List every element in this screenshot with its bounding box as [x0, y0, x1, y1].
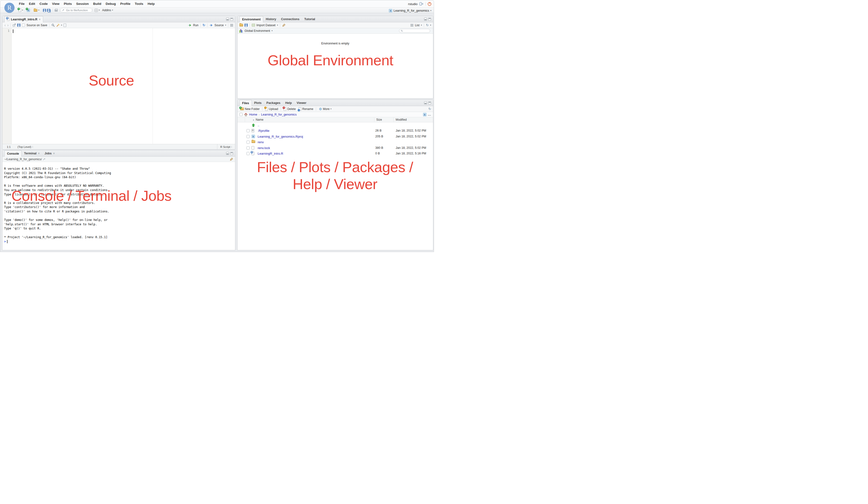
- tab-connections[interactable]: Connections: [279, 16, 302, 22]
- path-more-button[interactable]: ...: [428, 113, 431, 116]
- new-file-icon[interactable]: +: [19, 9, 21, 12]
- run-icon[interactable]: [188, 24, 192, 27]
- column-header-size[interactable]: Size: [376, 118, 382, 121]
- file-name-link[interactable]: .Rprofile: [258, 129, 269, 133]
- console-prompt-line[interactable]: >: [2, 239, 235, 244]
- file-checkbox[interactable]: [247, 152, 250, 155]
- rename-button[interactable]: → Rename: [298, 107, 314, 111]
- menu-help[interactable]: Help: [146, 0, 157, 8]
- source-button[interactable]: Source: [215, 23, 224, 27]
- goto-file-function-box[interactable]: [60, 8, 92, 12]
- addins-dropdown-icon[interactable]: ▾: [112, 9, 113, 11]
- tab-jobs[interactable]: Jobs×: [42, 150, 57, 157]
- run-button[interactable]: Run: [193, 23, 198, 27]
- close-tab-icon[interactable]: ×: [38, 152, 40, 155]
- tab-tutorial[interactable]: Tutorial: [302, 16, 318, 22]
- tab-console[interactable]: Console: [4, 150, 22, 157]
- new-project-icon[interactable]: R+: [27, 9, 30, 12]
- file-checkbox[interactable]: [247, 141, 250, 144]
- load-workspace-icon[interactable]: [239, 24, 243, 27]
- panes-dropdown-icon[interactable]: ▾: [99, 9, 100, 11]
- import-dataset-dropdown-icon[interactable]: ▾: [277, 24, 278, 26]
- breadcrumb-home-link[interactable]: Home: [249, 113, 257, 116]
- save-workspace-icon[interactable]: [245, 23, 248, 27]
- goto-directory-icon[interactable]: [43, 158, 46, 161]
- delete-button[interactable]: × Delete: [283, 107, 297, 111]
- minimize-pane-icon[interactable]: [424, 101, 427, 104]
- tab-packages[interactable]: Packages: [264, 100, 283, 106]
- table-row[interactable]: ..: [238, 122, 433, 128]
- file-name-link[interactable]: LearningR_intro.R: [258, 152, 283, 155]
- file-name-link[interactable]: Learning_R_for_genomics.Rproj: [258, 135, 303, 138]
- file-type-selector[interactable]: R Script ↕: [217, 144, 235, 149]
- menu-file[interactable]: File: [17, 0, 27, 8]
- more-button[interactable]: ⚙ More ▾: [318, 107, 332, 111]
- upload-button[interactable]: ↑ Upload: [265, 107, 279, 111]
- column-header-modified[interactable]: Modified: [396, 118, 406, 121]
- minimize-pane-icon[interactable]: [226, 152, 229, 155]
- project-selector[interactable]: R Learning_R_for_genomics ▾: [389, 8, 431, 13]
- import-dataset-button[interactable]: Import Dataset: [256, 23, 276, 27]
- list-view-selector[interactable]: List: [415, 23, 420, 27]
- menu-build[interactable]: Build: [91, 0, 104, 8]
- maximize-pane-icon[interactable]: [230, 152, 233, 155]
- tab-terminal[interactable]: Terminal×: [22, 150, 42, 157]
- clear-console-broom-icon[interactable]: [230, 158, 233, 161]
- console-output[interactable]: R version 4.0.5 (2021-03-31) -- "Shake a…: [2, 162, 235, 239]
- source-dropdown-icon[interactable]: ▾: [225, 24, 226, 26]
- file-checkbox[interactable]: [247, 129, 250, 132]
- tab-help[interactable]: Help: [283, 100, 294, 106]
- clear-environment-broom-icon[interactable]: [282, 23, 286, 27]
- menu-code[interactable]: Code: [37, 0, 50, 8]
- save-all-icon[interactable]: [47, 9, 50, 12]
- menu-session[interactable]: Session: [74, 0, 91, 8]
- new-folder-button[interactable]: + New Folder: [239, 107, 260, 111]
- file-name-link[interactable]: ..: [258, 123, 259, 127]
- document-outline-icon[interactable]: [230, 24, 233, 24]
- back-icon[interactable]: ‹: [4, 23, 6, 27]
- minimize-pane-icon[interactable]: [424, 18, 427, 21]
- sign-out-icon[interactable]: [420, 2, 424, 6]
- menu-plots[interactable]: Plots: [62, 0, 74, 8]
- refresh-icon[interactable]: ↻: [426, 23, 429, 27]
- scope-selector[interactable]: (Top Level): [18, 145, 31, 148]
- file-name-link[interactable]: renv.lock: [258, 146, 270, 150]
- save-icon[interactable]: [17, 23, 20, 27]
- breadcrumb-folder-link[interactable]: Learning_R_for_genomics: [261, 113, 297, 116]
- compile-report-icon[interactable]: [64, 23, 66, 27]
- file-checkbox[interactable]: [247, 147, 250, 150]
- tab-viewer[interactable]: Viewer: [294, 100, 309, 106]
- new-file-dropdown-icon[interactable]: ▾: [22, 9, 23, 11]
- forward-icon[interactable]: ›: [7, 23, 9, 27]
- maximize-pane-icon[interactable]: [428, 18, 431, 21]
- addins-button[interactable]: Addins: [102, 9, 111, 12]
- list-view-dropdown-icon[interactable]: ▾: [421, 24, 422, 26]
- tab-history[interactable]: History: [263, 16, 279, 22]
- menu-profile[interactable]: Profile: [118, 0, 133, 8]
- maximize-pane-icon[interactable]: [428, 101, 431, 104]
- save-icon[interactable]: [43, 9, 46, 12]
- code-editor[interactable]: 1: [2, 28, 235, 144]
- tab-learningr-intro[interactable]: R LearningR_intro.R ×: [4, 16, 43, 22]
- code-tools-dropdown-icon[interactable]: ▾: [61, 24, 62, 26]
- open-in-new-window-icon[interactable]: [13, 23, 16, 27]
- scope-dropdown-icon[interactable]: ▾: [271, 30, 272, 32]
- tab-environment[interactable]: Environment: [239, 16, 263, 22]
- environment-search-box[interactable]: [399, 29, 430, 33]
- menu-view[interactable]: View: [50, 0, 62, 8]
- goto-file-function-input[interactable]: [66, 9, 90, 12]
- column-header-name[interactable]: ▲Name: [252, 118, 264, 121]
- menu-tools[interactable]: Tools: [133, 0, 146, 8]
- table-row[interactable]: renv: [238, 139, 433, 145]
- code-tools-wand-icon[interactable]: [56, 23, 60, 27]
- open-file-icon[interactable]: [34, 9, 37, 12]
- source-on-save-checkbox[interactable]: [22, 23, 25, 27]
- rerun-icon[interactable]: ↻: [203, 23, 205, 27]
- tab-plots[interactable]: Plots: [252, 100, 264, 106]
- close-tab-icon[interactable]: ×: [39, 18, 41, 21]
- print-icon[interactable]: [54, 9, 58, 12]
- workspace-panes-icon[interactable]: [95, 9, 98, 12]
- menu-debug[interactable]: Debug: [104, 0, 118, 8]
- refresh-files-icon[interactable]: ↻: [428, 107, 431, 110]
- table-row[interactable]: R LearningR_intro.R 0 B Jan 18, 2022, 5:…: [238, 151, 433, 157]
